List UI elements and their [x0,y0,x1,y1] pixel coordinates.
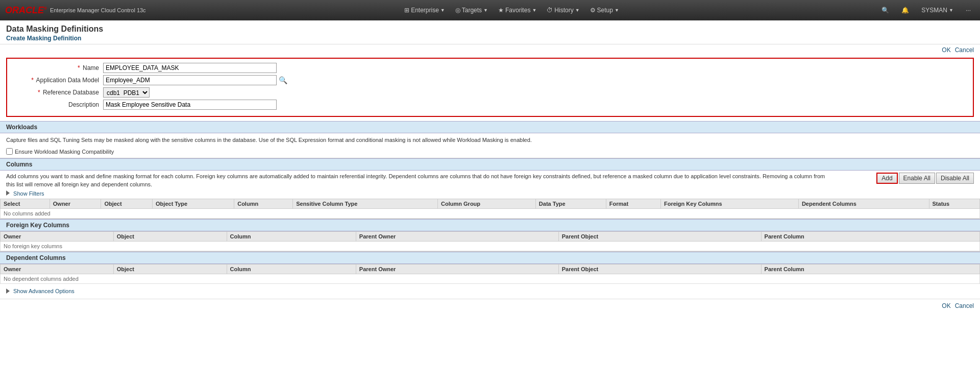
targets-chevron: ▼ [483,8,488,13]
setup-nav[interactable]: ⚙ Setup ▼ [586,5,623,16]
user-menu[interactable]: SYSMAN ▼ [917,5,958,16]
history-nav[interactable]: ⏱ History ▼ [543,5,583,16]
adm-label: * Application Data Model [11,77,103,84]
fk-parent-column: Parent Column [761,232,979,242]
dep-parent-object: Parent Object [558,265,761,274]
add-button[interactable]: Add [876,173,897,184]
targets-icon: ◎ [455,7,460,14]
page-subtitle: Create Masking Definition [6,35,974,42]
dep-object: Object [113,265,227,274]
columns-table-head: Select Owner Object Object Type Column S… [1,199,980,209]
desc-label: Description [11,101,103,108]
top-cancel-button[interactable]: Cancel [955,46,974,54]
col-data-type: Data Type [535,199,606,209]
show-filters-link[interactable]: Show Filters [0,190,980,199]
top-ok-button[interactable]: OK [942,46,950,54]
adm-search-button[interactable]: 🔍 [277,75,289,85]
dep-parent-owner: Parent Owner [356,265,558,274]
col-owner: Owner [50,199,101,209]
more-menu[interactable]: ··· [962,5,975,16]
show-filters-triangle [6,190,10,196]
main-nav: ⊞ Enterprise ▼ ◎ Targets ▼ ★ Favorites ▼… [400,5,623,16]
enable-all-button[interactable]: Enable All [899,173,935,184]
adm-input[interactable] [103,75,277,85]
header-right: 🔍 🔔 SYSMAN ▼ ··· [877,5,975,16]
page-title: Data Masking Definitions [6,25,974,34]
workload-checkbox-row: Ensure Workload Masking Compatibility [0,147,980,158]
form-section: * Name * Application Data Model 🔍 * Refe… [6,58,974,117]
dep-no-data-row: No dependent columns added [1,274,980,284]
oracle-logo: ORACLE® [5,5,47,16]
ref-db-label: * Reference Database [11,89,103,96]
col-fk-columns: Foreign Key Columns [660,199,798,209]
fk-table-body: No foreign key columns [1,242,980,251]
columns-buttons: Add Enable All Disable All [876,173,974,184]
bell-nav-button[interactable]: 🔔 [897,5,913,16]
header: ORACLE® Enterprise Manager Cloud Control… [0,0,980,20]
dep-parent-column: Parent Column [761,265,979,274]
col-format: Format [606,199,660,209]
logo-area: ORACLE® Enterprise Manager Cloud Control… [5,5,146,16]
app-name: Enterprise Manager Cloud Control 13c [50,7,146,13]
name-label: * Name [11,64,103,71]
workloads-header: Workloads [0,121,980,133]
columns-table-body: No columns added [1,209,980,219]
fk-parent-owner: Parent Owner [356,232,558,242]
fk-object: Object [113,232,227,242]
foreign-key-section: Foreign Key Columns Owner Object Column … [0,219,980,251]
setup-chevron: ▼ [615,8,619,13]
favorites-icon: ★ [498,7,504,14]
name-input[interactable] [103,63,277,73]
dep-table-head: Owner Object Column Parent Owner Parent … [1,265,980,274]
desc-input[interactable] [103,100,277,110]
columns-section: Columns Add columns you want to mask and… [0,158,980,219]
user-chevron: ▼ [949,8,953,13]
bottom-actions: OK Cancel [0,299,980,313]
workloads-section: Workloads Capture files and SQL Tuning S… [0,121,980,158]
dependent-columns-table: Owner Object Column Parent Owner Parent … [0,264,980,284]
columns-header-row: Select Owner Object Object Type Column S… [1,199,980,209]
fk-owner: Owner [1,232,114,242]
col-object-type: Object Type [153,199,234,209]
fk-column: Column [227,232,356,242]
search-nav-button[interactable]: 🔍 [877,5,893,16]
targets-nav[interactable]: ◎ Targets ▼ [451,5,492,16]
dependent-columns-section: Dependent Columns Owner Object Column Pa… [0,252,980,284]
enterprise-icon: ⊞ [404,7,409,14]
col-status: Status [929,199,979,209]
columns-toolbar: Add columns you want to mask and define … [0,171,980,190]
enterprise-chevron: ▼ [440,8,445,13]
show-advanced-link[interactable]: Show Advanced Options [6,288,75,294]
bottom-cancel-button[interactable]: Cancel [955,302,974,309]
main-content: Data Masking Definitions Create Masking … [0,20,980,384]
fk-no-data-cell: No foreign key columns [1,242,980,251]
workload-checkbox[interactable] [6,148,13,155]
fk-parent-object: Parent Object [558,232,761,242]
enterprise-nav[interactable]: ⊞ Enterprise ▼ [400,5,449,16]
favorites-chevron: ▼ [532,8,536,13]
dep-column: Column [227,265,356,274]
dep-header-row: Owner Object Column Parent Owner Parent … [1,265,980,274]
col-column: Column [234,199,293,209]
col-group: Column Group [438,199,536,209]
bottom-ok-button[interactable]: OK [942,302,950,309]
columns-no-data-cell: No columns added [1,209,980,219]
col-select: Select [1,199,50,209]
disable-all-button[interactable]: Disable All [936,173,974,184]
favorites-nav[interactable]: ★ Favorites ▼ [494,5,541,16]
history-chevron: ▼ [575,8,580,13]
workloads-description: Capture files and SQL Tuning Sets may be… [0,133,980,147]
workload-checkbox-label: Ensure Workload Masking Compatibility [15,149,114,155]
foreign-key-header: Foreign Key Columns [0,219,980,231]
dep-no-data-cell: No dependent columns added [1,274,980,284]
adm-row: * Application Data Model 🔍 [11,75,969,85]
ref-db-row: * Reference Database cdb1_PDB1 cdb1_PDB2 [11,87,969,98]
fk-table-head: Owner Object Column Parent Owner Parent … [1,232,980,242]
dep-table-body: No dependent columns added [1,274,980,284]
columns-no-data-row: No columns added [1,209,980,219]
advanced-options-area: Show Advanced Options [0,284,980,299]
foreign-key-table: Owner Object Column Parent Owner Parent … [0,231,980,251]
top-actions: OK Cancel [0,44,980,56]
ref-db-select[interactable]: cdb1_PDB1 cdb1_PDB2 [103,87,150,98]
page-header: Data Masking Definitions Create Masking … [0,20,980,44]
